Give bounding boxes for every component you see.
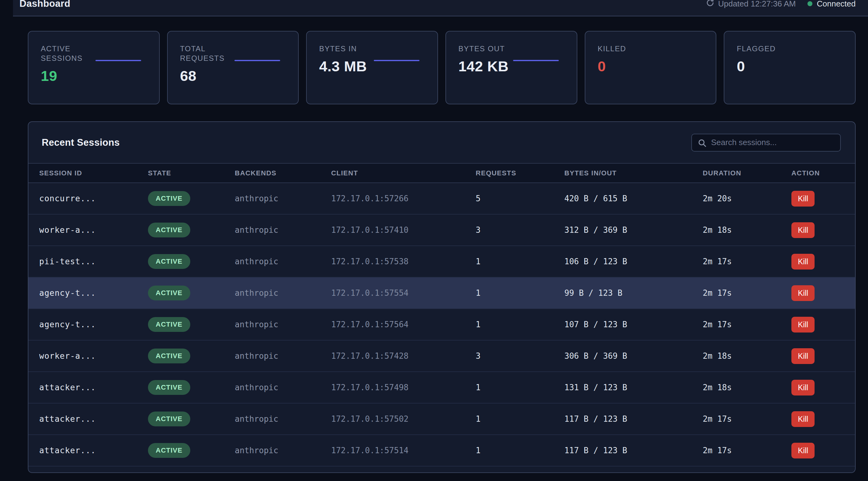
session-id-cell: agency-t... xyxy=(39,288,148,298)
updated-status: Updated 12:27:36 AM xyxy=(706,0,796,9)
session-id-cell: agency-t... xyxy=(39,320,148,329)
action-cell: Kill xyxy=(792,222,844,238)
requests-cell: 1 xyxy=(476,414,564,424)
stat-value: 0 xyxy=(737,58,806,75)
column-header-duration: DURATION xyxy=(703,169,792,177)
stat-value: 0 xyxy=(598,58,667,75)
table-row[interactable]: concurre... ACTIVE anthropic 172.17.0.1:… xyxy=(28,183,855,215)
duration-cell: 2m 18s xyxy=(703,383,792,392)
stat-label: BYTES IN xyxy=(319,44,385,54)
stat-card-active-sessions: ACTIVE SESSIONS 19 xyxy=(28,31,160,104)
action-cell: Kill xyxy=(792,411,844,427)
backends-cell: anthropic xyxy=(235,288,331,298)
action-cell: Kill xyxy=(792,348,844,364)
status-badge: ACTIVE xyxy=(148,412,190,426)
requests-cell: 5 xyxy=(476,194,564,203)
status-badge: ACTIVE xyxy=(148,286,190,300)
state-cell: ACTIVE xyxy=(148,349,235,363)
state-cell: ACTIVE xyxy=(148,412,235,426)
status-badge: ACTIVE xyxy=(148,443,190,458)
table-row[interactable]: worker-a... ACTIVE anthropic 172.17.0.1:… xyxy=(28,341,855,372)
client-cell: 172.17.0.1:57554 xyxy=(331,288,476,298)
client-cell: 172.17.0.1:57498 xyxy=(331,383,476,392)
table-row[interactable]: attacker... ACTIVE anthropic 172.17.0.1:… xyxy=(28,435,855,467)
requests-cell: 1 xyxy=(476,257,564,266)
stat-card-flagged: FLAGGED 0 xyxy=(724,31,856,104)
stat-card-bytes-in: BYTES IN 4.3 MB xyxy=(306,31,438,104)
bytes-cell: 312 B / 369 B xyxy=(564,225,703,235)
action-cell: Kill xyxy=(792,443,844,458)
updated-label: Updated 12:27:36 AM xyxy=(718,0,796,9)
action-cell: Kill xyxy=(792,380,844,395)
stat-value: 68 xyxy=(180,67,250,84)
backends-cell: anthropic xyxy=(235,194,331,203)
column-header-bytes-in-out: BYTES IN/OUT xyxy=(564,169,703,177)
status-badge: ACTIVE xyxy=(148,349,190,363)
bytes-cell: 107 B / 123 B xyxy=(564,320,703,329)
session-id-cell: worker-a... xyxy=(39,225,148,235)
status-badge: ACTIVE xyxy=(148,380,190,395)
backends-cell: anthropic xyxy=(235,351,331,361)
status-badge: ACTIVE xyxy=(148,191,190,206)
stat-label: FLAGGED xyxy=(737,44,803,54)
session-id-cell: pii-test... xyxy=(39,257,148,266)
page-title: Dashboard xyxy=(20,0,70,9)
session-id-cell: worker-a... xyxy=(39,351,148,361)
table-row[interactable]: pii-test... ACTIVE anthropic 172.17.0.1:… xyxy=(28,246,855,278)
requests-cell: 1 xyxy=(476,320,564,329)
status-badge: ACTIVE xyxy=(148,254,190,269)
column-header-state: STATE xyxy=(148,169,235,177)
stat-value: 19 xyxy=(41,67,110,84)
recent-sessions-panel: Recent Sessions SESSION ID STATE BACKEND… xyxy=(28,121,856,473)
table-row[interactable]: agency-t... ACTIVE anthropic 172.17.0.1:… xyxy=(28,278,855,309)
column-header-session-id: SESSION ID xyxy=(39,169,148,177)
duration-cell: 2m 20s xyxy=(703,194,792,203)
kill-button[interactable]: Kill xyxy=(792,222,814,238)
backends-cell: anthropic xyxy=(235,446,331,455)
action-cell: Kill xyxy=(792,191,844,206)
kill-button[interactable]: Kill xyxy=(792,254,814,269)
state-cell: ACTIVE xyxy=(148,380,235,395)
table-row[interactable]: worker-a... ACTIVE anthropic 172.17.0.1:… xyxy=(28,215,855,246)
kill-button[interactable]: Kill xyxy=(792,380,814,395)
kill-button[interactable]: Kill xyxy=(792,348,814,364)
refresh-icon[interactable] xyxy=(706,0,714,9)
requests-cell: 3 xyxy=(476,351,564,361)
stat-label: KILLED xyxy=(598,44,664,54)
kill-button[interactable]: Kill xyxy=(792,191,814,206)
kill-button[interactable]: Kill xyxy=(792,317,814,332)
connected-label: Connected xyxy=(817,0,856,9)
table-row[interactable]: attacker... ACTIVE anthropic 172.17.0.1:… xyxy=(28,404,855,435)
duration-cell: 2m 17s xyxy=(703,288,792,298)
requests-cell: 1 xyxy=(476,288,564,298)
state-cell: ACTIVE xyxy=(148,286,235,300)
top-bar: Dashboard Updated 12:27:36 AM Connected xyxy=(13,0,868,17)
connected-dot-icon xyxy=(807,1,812,6)
stat-card-bytes-out: BYTES OUT 142 KB xyxy=(445,31,577,104)
state-cell: ACTIVE xyxy=(148,223,235,237)
backends-cell: anthropic xyxy=(235,225,331,235)
session-id-cell: attacker... xyxy=(39,383,148,392)
client-cell: 172.17.0.1:57428 xyxy=(331,351,476,361)
sparkline xyxy=(235,60,280,61)
kill-button[interactable]: Kill xyxy=(792,411,814,427)
kill-button[interactable]: Kill xyxy=(792,443,814,458)
bytes-cell: 420 B / 615 B xyxy=(564,194,703,203)
column-header-action: ACTION xyxy=(792,169,844,177)
action-cell: Kill xyxy=(792,317,844,332)
status-badge: ACTIVE xyxy=(148,317,190,332)
search-input[interactable] xyxy=(692,134,840,151)
table-row[interactable]: agency-t... ACTIVE anthropic 172.17.0.1:… xyxy=(28,309,855,341)
connection-status: Connected xyxy=(807,0,856,9)
state-cell: ACTIVE xyxy=(148,443,235,458)
panel-title: Recent Sessions xyxy=(42,137,120,148)
duration-cell: 2m 17s xyxy=(703,320,792,329)
kill-button[interactable]: Kill xyxy=(792,285,814,301)
table-row[interactable]: attacker... ACTIVE anthropic 172.17.0.1:… xyxy=(28,372,855,404)
client-cell: 172.17.0.1:57514 xyxy=(331,446,476,455)
session-id-cell: attacker... xyxy=(39,446,148,455)
client-cell: 172.17.0.1:57564 xyxy=(331,320,476,329)
stat-card-killed: KILLED 0 xyxy=(585,31,717,104)
panel-header: Recent Sessions xyxy=(28,122,855,163)
session-id-cell: concurre... xyxy=(39,194,148,203)
